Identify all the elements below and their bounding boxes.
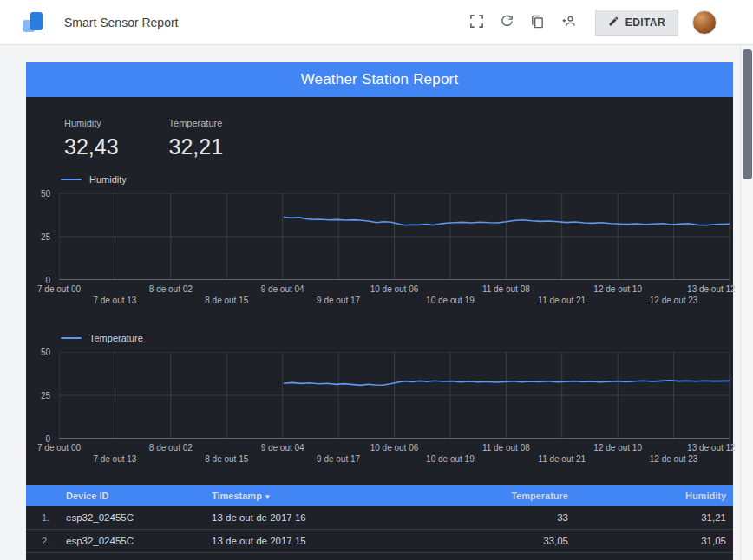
legend-label: Temperature (89, 333, 143, 343)
x-axis-tick-label: 9 de out 04 (261, 284, 304, 294)
y-axis-labels: 02550 (26, 352, 59, 439)
x-axis: 7 de out 008 de out 029 de out 0410 de o… (59, 439, 730, 466)
refresh-icon (500, 14, 514, 31)
y-axis-tick-label: 0 (45, 434, 50, 444)
copy-icon (530, 14, 545, 31)
report-body: Humidity 32,43 Temperature 32,21 Humidit… (26, 97, 733, 560)
scorecards: Humidity 32,43 Temperature 32,21 (26, 97, 733, 160)
x-axis-tick-label: 10 de out 06 (370, 443, 419, 453)
x-axis-tick-label: 8 de out 15 (205, 296, 248, 305)
x-axis-tick-label: 9 de out 17 (317, 296, 360, 305)
y-axis-labels: 02550 (26, 193, 59, 280)
y-axis-tick-label: 25 (41, 232, 50, 242)
topbar-controls: EDITAR (466, 10, 717, 36)
table-row: 1. esp32_02455C 13 de out de 2017 16 33 … (26, 506, 733, 530)
scorecard-label: Temperature (169, 118, 224, 128)
x-axis-tick-label: 7 de out 00 (37, 443, 81, 453)
legend-line-swatch (61, 337, 82, 339)
humidity-time-series-chart: Humidity 02550 7 de out 008 de out 029 d… (26, 173, 733, 308)
chart-legend: Humidity (61, 173, 730, 186)
fullscreen-button[interactable] (466, 10, 488, 35)
share-add-person-button[interactable] (557, 10, 581, 35)
y-axis-tick-label: 50 (41, 348, 50, 357)
x-axis-tick-label: 9 de out 17 (317, 454, 360, 464)
fullscreen-icon (469, 14, 484, 31)
row-index: 1. (26, 512, 64, 523)
x-axis-tick-label: 10 de out 19 (426, 296, 475, 305)
y-axis-tick-label: 0 (45, 276, 50, 285)
scorecard-humidity: Humidity 32,43 (64, 118, 119, 160)
report-canvas: Weather Station Report Humidity 32,43 Te… (26, 62, 733, 560)
x-axis-tick-label: 9 de out 04 (261, 443, 304, 453)
cell-temperature: 33 (377, 512, 586, 523)
x-axis: 7 de out 008 de out 029 de out 0410 de o… (59, 280, 730, 308)
x-axis-tick-label: 11 de out 08 (482, 443, 530, 453)
legend-line-swatch (61, 179, 82, 180)
scorecard-label: Humidity (64, 118, 119, 128)
temperature-time-series-chart: Temperature 02550 7 de out 008 de out 02… (26, 332, 733, 466)
report-title: Smart Sensor Report (64, 16, 179, 29)
banner-title: Weather Station Report (301, 71, 459, 88)
cell-timestamp: 13 de out de 2017 16 (212, 512, 377, 523)
row-index: 2. (26, 536, 64, 546)
legend-label: Humidity (89, 174, 127, 185)
cell-temperature: 33,05 (377, 536, 586, 546)
x-axis-tick-label: 11 de out 21 (538, 296, 586, 305)
x-axis-tick-label: 10 de out 06 (370, 284, 419, 294)
cell-humidity: 31,21 (586, 512, 733, 523)
pencil-icon (608, 16, 619, 29)
x-axis-tick-label: 12 de out 23 (650, 454, 698, 464)
x-axis-tick-label: 10 de out 19 (426, 454, 475, 464)
report-header-banner: Weather Station Report (26, 62, 733, 97)
header-timestamp[interactable]: Timestamp▾ (212, 491, 377, 501)
cell-humidity: 31,05 (586, 536, 733, 546)
x-axis-tick-label: 7 de out 13 (93, 454, 136, 464)
edit-button-label: EDITAR (625, 16, 665, 29)
header-timestamp-label: Timestamp (212, 491, 262, 501)
scorecard-value: 32,43 (64, 134, 119, 160)
plot-area[interactable] (59, 193, 730, 280)
data-studio-logo[interactable] (23, 12, 43, 33)
scrollbar-thumb[interactable] (743, 49, 752, 179)
chart-legend: Temperature (61, 332, 730, 344)
vertical-scrollbar[interactable] (740, 46, 753, 560)
x-axis-tick-label: 8 de out 02 (149, 443, 193, 453)
cell-timestamp: 13 de out de 2017 15 (212, 536, 377, 546)
x-axis-tick-label: 8 de out 02 (149, 284, 193, 294)
x-axis-tick-label: 11 de out 21 (538, 454, 586, 464)
cell-device-id: esp32_02455C (64, 512, 212, 523)
header-device-id[interactable]: Device ID (64, 491, 212, 501)
x-axis-tick-label: 12 de out 10 (593, 443, 642, 453)
header-humidity[interactable]: Humidity (586, 491, 733, 501)
x-axis-tick-label: 8 de out 15 (205, 454, 248, 464)
sort-descending-icon: ▾ (265, 492, 270, 501)
person-add-icon (560, 14, 578, 31)
x-axis-tick-label: 13 de out 12 (687, 284, 736, 294)
logo-shape-dark (30, 12, 43, 30)
x-axis-tick-label: 13 de out 12 (687, 443, 736, 453)
chart-svg (59, 193, 730, 280)
scorecard-value: 32,21 (169, 134, 224, 160)
cell-device-id: esp32_02455C (64, 536, 212, 546)
chart-svg (59, 352, 730, 439)
x-axis-tick-label: 12 de out 23 (650, 296, 698, 305)
x-axis-tick-label: 11 de out 08 (482, 284, 530, 294)
copy-button[interactable] (527, 10, 548, 35)
plot-area[interactable] (59, 352, 730, 439)
scorecard-temperature: Temperature 32,21 (169, 118, 224, 160)
x-axis-tick-label: 7 de out 00 (37, 284, 81, 294)
y-axis-tick-label: 50 (41, 189, 50, 199)
y-axis-tick-label: 25 (41, 391, 50, 400)
data-table: Device ID Timestamp▾ Temperature Humidit… (26, 485, 733, 553)
topbar: Smart Sensor Report EDITAR (0, 0, 753, 45)
avatar[interactable] (692, 10, 717, 35)
x-axis-tick-label: 12 de out 10 (593, 284, 642, 294)
x-axis-tick-label: 7 de out 13 (93, 296, 136, 305)
edit-button[interactable]: EDITAR (595, 10, 678, 36)
table-row: 2. esp32_02455C 13 de out de 2017 15 33,… (26, 530, 733, 553)
header-temperature[interactable]: Temperature (377, 491, 586, 501)
refresh-button[interactable] (496, 10, 518, 35)
table-header-row: Device ID Timestamp▾ Temperature Humidit… (26, 485, 733, 506)
